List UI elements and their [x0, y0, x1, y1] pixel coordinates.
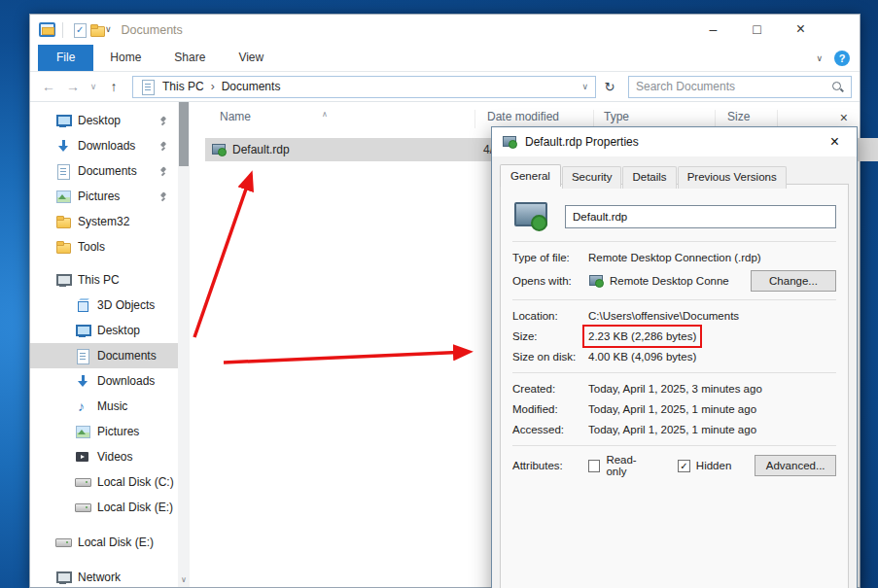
documents-icon — [55, 163, 71, 179]
sidebar-item-downloads[interactable]: Downloads — [30, 368, 178, 394]
sidebar-item-label: Network — [78, 571, 121, 584]
sidebar-item-label: Local Disk (E:) — [78, 536, 154, 549]
sidebar-item-music[interactable]: Music — [30, 394, 178, 419]
advanced-button[interactable]: Advanced... — [755, 455, 836, 476]
help-icon[interactable]: ? — [834, 51, 850, 66]
search-input[interactable] — [636, 80, 831, 93]
search-icon[interactable] — [831, 81, 844, 93]
refresh-icon[interactable]: ↻ — [599, 80, 620, 94]
tab-security[interactable]: Security — [562, 166, 622, 189]
column-header-row: ∧ Name Date modified Type Size × — [190, 102, 860, 128]
modified-label: Modified: — [512, 403, 588, 415]
type-of-file-label: Type of file: — [512, 252, 588, 263]
sidebar-item-tools[interactable]: Tools — [30, 234, 178, 259]
sidebar-item-3d-objects[interactable]: 3D Objects — [30, 293, 178, 318]
dialog-close-button[interactable]: × — [813, 127, 857, 156]
ribbon-tab-view[interactable]: View — [222, 45, 280, 71]
sidebar-item-local-disk-e[interactable]: Local Disk (E:) — [30, 495, 178, 520]
cube-icon — [75, 297, 90, 313]
pin-icon — [158, 166, 169, 177]
maximize-button[interactable]: □ — [735, 15, 779, 45]
desktop-icon — [55, 113, 71, 128]
sidebar-scrollbar[interactable]: ∨ — [178, 102, 190, 587]
tab-general[interactable]: General — [500, 164, 561, 187]
up-button[interactable]: ↑ — [103, 79, 124, 94]
back-button[interactable]: ← — [38, 79, 59, 94]
sidebar-item-label: Pictures — [97, 425, 139, 438]
search-box — [628, 76, 852, 98]
tab-previous-versions[interactable]: Previous Versions — [678, 166, 787, 189]
window-title: Documents — [122, 23, 183, 37]
new-folder-qat-icon[interactable] — [89, 22, 105, 38]
scrollbar-thumb[interactable] — [179, 102, 189, 166]
attributes-label: Attributes: — [512, 460, 588, 471]
modified-value: Today, April 1, 2025, 1 minute ago — [588, 403, 756, 415]
sidebar-item-documents-qa[interactable]: Documents — [30, 158, 178, 184]
breadcrumb-current[interactable]: Documents — [222, 80, 281, 93]
sidebar-item-label: This PC — [78, 273, 120, 287]
sidebar-item-this-pc[interactable]: This PC — [30, 267, 178, 293]
readonly-checkbox[interactable]: Read-only — [588, 454, 654, 477]
downloads-icon — [55, 138, 71, 154]
tab-details[interactable]: Details — [622, 166, 676, 189]
filename-input[interactable] — [565, 205, 836, 228]
column-label: Date modified — [487, 110, 559, 123]
scrollbar-down-arrow-icon[interactable]: ∨ — [178, 572, 190, 587]
folder-location-icon — [140, 79, 156, 94]
ribbon-tab-share[interactable]: Share — [158, 45, 222, 71]
ribbon-tab-home[interactable]: Home — [93, 45, 158, 71]
dialog-title: Default.rdp Properties — [525, 135, 639, 149]
sidebar-item-desktop-qa[interactable]: Desktop — [30, 108, 178, 133]
size-on-disk-label: Size on disk: — [512, 351, 588, 363]
divider — [512, 445, 836, 446]
network-icon — [55, 570, 71, 585]
breadcrumb-root[interactable]: This PC — [162, 80, 204, 93]
opens-with-value: Remote Desktop Conne — [610, 275, 729, 287]
sidebar-item-pictures[interactable]: Pictures — [30, 419, 178, 444]
ribbon-tab-bar: File Home Share View ∨ ? — [30, 45, 860, 72]
location-label: Location: — [512, 310, 588, 322]
created-value: Today, April 1, 2025, 3 minutes ago — [588, 383, 762, 395]
sidebar-item-videos[interactable]: Videos — [30, 444, 178, 469]
ribbon-tab-file[interactable]: File — [38, 45, 93, 71]
address-box[interactable]: This PC › Documents ∨ — [132, 76, 596, 98]
sidebar-item-label: Local Disk (E:) — [97, 501, 173, 514]
disk-icon — [75, 474, 90, 490]
column-header-name[interactable]: ∧ Name — [190, 110, 475, 128]
sidebar-item-local-disk-c[interactable]: Local Disk (C:) — [30, 469, 178, 495]
navigation-pane: Desktop Downloads Documents Pictures — [30, 102, 178, 587]
size-value: 2.23 KB (2,286 bytes) — [588, 330, 696, 342]
ribbon-expand-icon[interactable]: ∨ — [816, 54, 823, 63]
sidebar-item-system32[interactable]: System32 — [30, 209, 178, 234]
sidebar-item-label: Desktop — [97, 324, 140, 337]
readonly-label: Read-only — [606, 454, 653, 477]
sidebar-item-label: Tools — [78, 240, 105, 254]
recent-locations-icon[interactable]: ∨ — [87, 82, 100, 91]
hidden-checkbox[interactable]: ✓ Hidden — [678, 460, 731, 472]
divider — [62, 22, 63, 38]
sidebar-item-documents[interactable]: Documents — [30, 343, 178, 368]
pin-icon — [158, 116, 169, 126]
change-button[interactable]: Change... — [751, 270, 836, 292]
caption-buttons: – □ × — [691, 15, 823, 45]
close-button[interactable]: × — [779, 15, 823, 45]
divider — [512, 241, 836, 242]
minimize-button[interactable]: – — [691, 15, 735, 45]
disk-icon — [75, 500, 90, 515]
this-pc-icon — [55, 272, 71, 288]
pane-close-icon[interactable]: × — [840, 111, 848, 124]
forward-button[interactable]: → — [62, 79, 84, 94]
sidebar-item-label: Downloads — [78, 139, 135, 153]
properties-qat-icon[interactable] — [72, 22, 88, 38]
sidebar-item-network[interactable]: Network — [30, 565, 178, 587]
sidebar-item-downloads-qa[interactable]: Downloads — [30, 133, 178, 158]
sidebar-item-label: Pictures — [78, 190, 120, 203]
qat-customize-icon[interactable]: ∨ — [105, 25, 112, 34]
sidebar-item-desktop[interactable]: Desktop — [30, 318, 178, 343]
rdp-app-icon — [588, 273, 604, 289]
sidebar-item-local-disk-e-root[interactable]: Local Disk (E:) — [30, 530, 178, 555]
address-dropdown-icon[interactable]: ∨ — [581, 82, 588, 91]
rdp-file-icon — [502, 134, 517, 150]
checkbox-checked-icon: ✓ — [678, 460, 690, 472]
sidebar-item-pictures-qa[interactable]: Pictures — [30, 184, 178, 209]
